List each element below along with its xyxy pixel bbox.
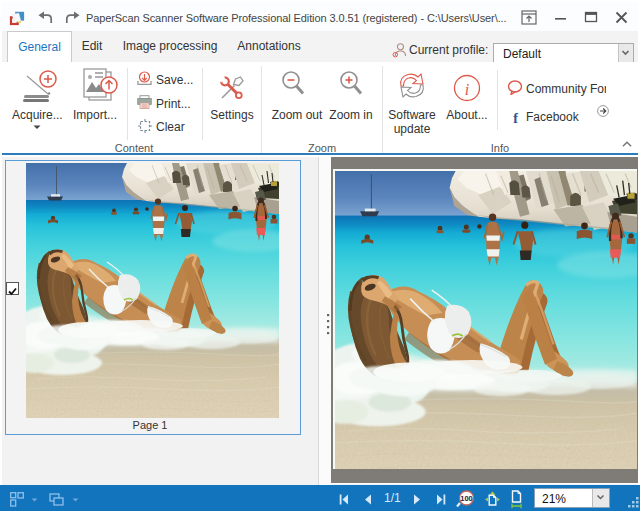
svg-text:f: f	[513, 111, 518, 125]
svg-text:i: i	[465, 81, 469, 98]
svg-text:100: 100	[460, 494, 473, 503]
